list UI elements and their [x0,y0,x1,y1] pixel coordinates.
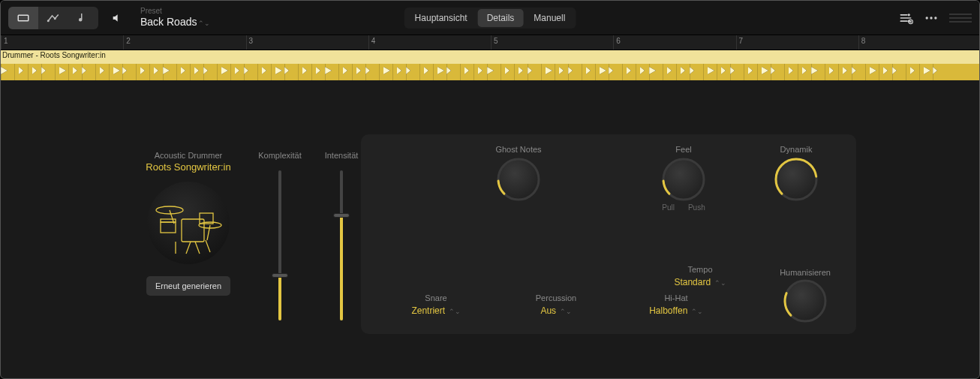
regenerate-button[interactable]: Erneut generieren [146,276,230,296]
svg-point-8 [934,17,936,19]
slider-thumb[interactable] [272,273,288,278]
bar-number: 3 [249,37,254,45]
svg-point-24 [774,157,819,202]
humanize-knob[interactable] [786,281,825,320]
toolbar: Preset Back Roads⌃⌄ HauptansichtDetailsM… [1,1,979,35]
svg-line-16 [206,240,210,252]
hihat-dropdown[interactable]: Hi-Hat Halboffen ⌃⌄ [631,293,721,316]
dynamics-label: Dynamik [780,145,813,154]
svg-point-7 [930,17,932,19]
svg-point-3 [908,14,910,16]
region-view-button[interactable] [8,7,38,29]
bar-number: 1 [4,37,8,45]
humanize-label: Humanisieren [780,268,831,277]
more-button[interactable] [924,11,939,26]
view-tab-manuell[interactable]: Manuell [525,9,574,27]
automation-icon [47,11,60,25]
note-icon [77,11,90,25]
bar-number: 6 [616,37,621,45]
ghost-notes-label: Ghost Notes [495,145,541,154]
svg-point-20 [496,157,541,202]
preset-selector[interactable]: Preset Back Roads⌃⌄ [140,7,210,29]
svg-rect-0 [18,15,29,21]
percussion-dropdown[interactable]: Percussion Aus ⌃⌄ [511,293,601,316]
view-tab-hauptansicht[interactable]: Hauptansicht [406,9,476,27]
updown-icon: ⌃⌄ [446,308,461,315]
drumkit-icon [147,182,230,264]
slider-thumb[interactable] [333,213,350,218]
svg-rect-13 [182,219,204,242]
rectangle-icon [17,11,30,25]
ghost-notes-knob[interactable] [499,160,538,199]
updown-icon: ⌃⌄ [689,308,703,315]
preset-name: Back Roads⌃⌄ [140,16,210,29]
intensity-label: Intensität [325,151,359,160]
region-name: Drummer - Roots Songwriter:in [2,51,106,59]
drag-handle[interactable] [949,14,972,23]
drummer-controls: Acoustic Drummer Roots Songwriter:in [136,151,364,320]
bar-number: 7 [739,37,744,45]
view-tab-details[interactable]: Details [478,9,524,27]
preset-label: Preset [140,7,210,16]
score-view-button[interactable] [68,7,98,29]
feel-knob[interactable] [664,160,703,199]
region-waveform[interactable] [1,64,979,80]
svg-rect-11 [161,222,176,233]
ellipsis-icon [924,11,939,26]
updown-icon: ⌃⌄ [198,20,210,27]
svg-point-2 [54,17,56,20]
svg-line-17 [186,242,191,254]
svg-point-1 [47,20,50,22]
editor-mode-segmented [8,7,98,29]
snare-dropdown[interactable]: Snare Zentriert ⌃⌄ [391,293,481,316]
view-tabs: HauptansichtDetailsManuell [404,8,576,29]
svg-line-18 [195,242,200,254]
svg-point-26 [783,278,828,323]
updown-icon: ⌃⌄ [558,308,572,315]
audition-button[interactable] [106,12,128,24]
drummer-category: Acoustic Drummer [155,151,222,160]
complexity-label: Komplexität [258,151,301,160]
details-panel: Ghost Notes Feel Pull Push Dynamik [361,134,856,334]
settings-button[interactable] [898,11,913,26]
dynamics-knob[interactable] [777,160,816,199]
bar-number: 8 [861,37,866,45]
automation-view-button[interactable] [38,7,68,29]
svg-point-6 [926,17,928,19]
feel-sublabels: Pull Push [662,203,705,212]
sliders-icon [898,11,913,26]
bar-number: 5 [494,37,498,45]
speaker-icon [111,12,123,24]
bar-number: 2 [126,37,131,45]
drummer-avatar[interactable] [147,182,230,264]
complexity-slider[interactable] [278,170,281,320]
bar-ruler[interactable]: 12345678 [1,35,979,50]
drummer-name: Roots Songwriter:in [146,161,230,173]
feel-label: Feel [675,145,691,154]
bar-number: 4 [371,37,376,45]
region-header[interactable]: Drummer - Roots Songwriter:in [1,50,979,64]
svg-point-22 [661,157,706,202]
intensity-slider[interactable] [340,170,343,320]
